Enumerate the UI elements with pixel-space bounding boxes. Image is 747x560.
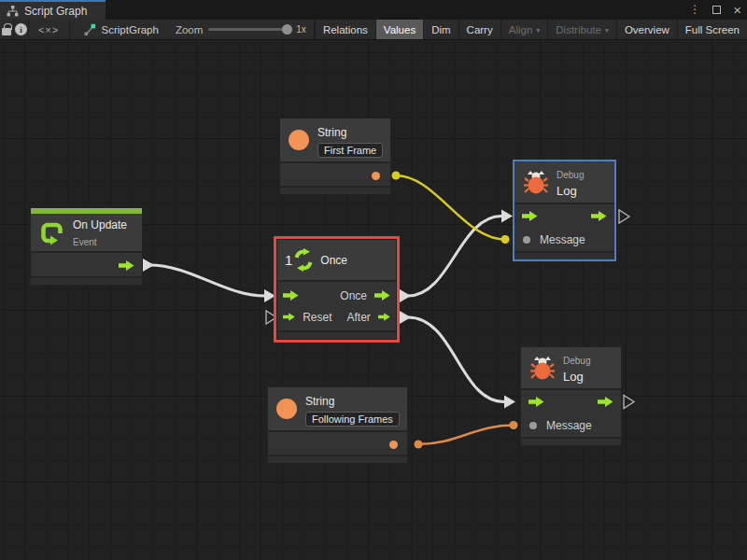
debuglog-bottom-exit-triangle[interactable]: [624, 396, 634, 409]
toolbar-button-dim[interactable]: Dim: [423, 20, 458, 39]
title-bar: Script Graph ⋮ ×: [0, 0, 747, 20]
bug-icon: [530, 356, 555, 380]
node-string-following-frames[interactable]: String Following Frames: [268, 387, 407, 463]
node-title: Log: [557, 184, 577, 198]
node-once[interactable]: 1 Once Once: [277, 240, 396, 339]
graph-canvas[interactable]: String First Frame: [0, 40, 747, 560]
tab-script-graph[interactable]: Script Graph: [0, 0, 106, 20]
toolbar-button-fullscreen[interactable]: Full Screen: [677, 20, 747, 39]
once-exit-port-arrow[interactable]: [374, 290, 390, 301]
string-type-icon: [276, 399, 297, 419]
wire-string-following-to-message[interactable]: [415, 421, 518, 449]
node-subtitle: Event: [73, 237, 97, 247]
zoom-value: 1x: [296, 24, 306, 35]
after-output-label: After: [347, 311, 371, 324]
string-type-icon: [289, 130, 309, 150]
toolbar-button-values[interactable]: Values: [375, 20, 423, 39]
inspect-button[interactable]: i: [14, 20, 28, 39]
zoom-control: Zoom 1x: [168, 20, 315, 39]
after-exit-port-arrow[interactable]: [378, 312, 390, 322]
toolbar-button-carry[interactable]: Carry: [458, 20, 500, 39]
graph-toolbar: i <×> ScriptGraph Zoom 1x Relations Valu…: [0, 20, 747, 40]
node-title: Once: [320, 254, 347, 267]
message-port-label: Message: [540, 233, 585, 246]
chevron-down-icon: ▾: [605, 26, 609, 35]
node-debug-log-top[interactable]: Debug Log Message: [514, 161, 614, 259]
debuglog-top-exit-triangle[interactable]: [619, 210, 629, 223]
node-title: String: [305, 395, 334, 408]
zoom-label: Zoom: [176, 24, 203, 35]
graph-tab-icon: [7, 6, 19, 17]
node-on-update-event[interactable]: On Update Event: [31, 208, 142, 285]
node-kind: Debug: [563, 356, 590, 366]
code-view-button[interactable]: <×>: [29, 20, 70, 39]
string-value-field[interactable]: First Frame: [317, 143, 383, 158]
message-input-port[interactable]: [523, 236, 530, 244]
node-string-first-frame[interactable]: String First Frame: [280, 119, 390, 194]
info-icon: i: [15, 23, 27, 35]
wire-once-to-debuglog-top[interactable]: [400, 210, 513, 303]
node-title: On Update: [73, 218, 127, 231]
unity-visual-scripting-window: Script Graph ⋮ × i <×> ScriptGraph Zoom …: [0, 0, 747, 560]
string-value-field[interactable]: Following Frames: [305, 412, 400, 427]
close-icon[interactable]: ×: [733, 0, 741, 20]
wire-once-after-to-debuglog-bottom[interactable]: [400, 311, 515, 409]
reset-port-arrow[interactable]: [283, 312, 295, 322]
maximize-icon[interactable]: [712, 6, 721, 14]
node-debug-log-bottom[interactable]: Debug Log Message: [521, 347, 621, 445]
zoom-slider-handle[interactable]: [282, 24, 292, 35]
once-reset-port-triangle[interactable]: [266, 311, 276, 324]
node-kind: Debug: [557, 170, 584, 180]
once-output-label: Once: [340, 289, 367, 302]
exit-port-arrow[interactable]: [598, 397, 613, 407]
tab-title: Script Graph: [24, 5, 87, 18]
window-menu-icon[interactable]: ⋮: [689, 0, 700, 20]
chevron-down-icon: ▾: [536, 26, 540, 35]
toolbar-button-relations[interactable]: Relations: [315, 20, 375, 39]
node-title: String: [317, 126, 346, 139]
wire-onupdate-to-once[interactable]: [143, 259, 275, 302]
node-title: Log: [563, 370, 584, 384]
toolbar-button-overview[interactable]: Overview: [616, 20, 677, 39]
on-update-loop-icon: [39, 220, 64, 245]
exit-port-arrow[interactable]: [591, 211, 607, 221]
lock-button[interactable]: [0, 20, 14, 39]
toolbar-button-align[interactable]: Align▾: [500, 20, 548, 39]
graph-name-button[interactable]: ScriptGraph: [70, 20, 168, 39]
string-output-port[interactable]: [372, 172, 380, 180]
enter-port-arrow[interactable]: [522, 211, 538, 221]
once-icon: 1: [285, 248, 314, 272]
exit-port-arrow[interactable]: [119, 260, 134, 271]
toolbar-button-distribute[interactable]: Distribute▾: [547, 20, 616, 39]
reset-port-label: Reset: [303, 311, 331, 324]
code-icon: <×>: [38, 24, 59, 35]
message-port-label: Message: [546, 419, 592, 432]
toolbar-buttons: Relations Values Dim Carry Align▾ Distri…: [315, 20, 747, 39]
wire-string-first-to-message[interactable]: [392, 172, 510, 245]
string-output-port[interactable]: [389, 441, 398, 449]
message-input-port[interactable]: [529, 422, 537, 429]
script-graph-icon: [83, 23, 96, 36]
lock-icon: [2, 28, 11, 35]
enter-port-arrow[interactable]: [283, 290, 299, 301]
zoom-slider[interactable]: [208, 28, 290, 31]
graph-name-label: ScriptGraph: [102, 24, 159, 35]
bug-icon: [524, 170, 548, 194]
enter-port-arrow[interactable]: [529, 397, 544, 407]
